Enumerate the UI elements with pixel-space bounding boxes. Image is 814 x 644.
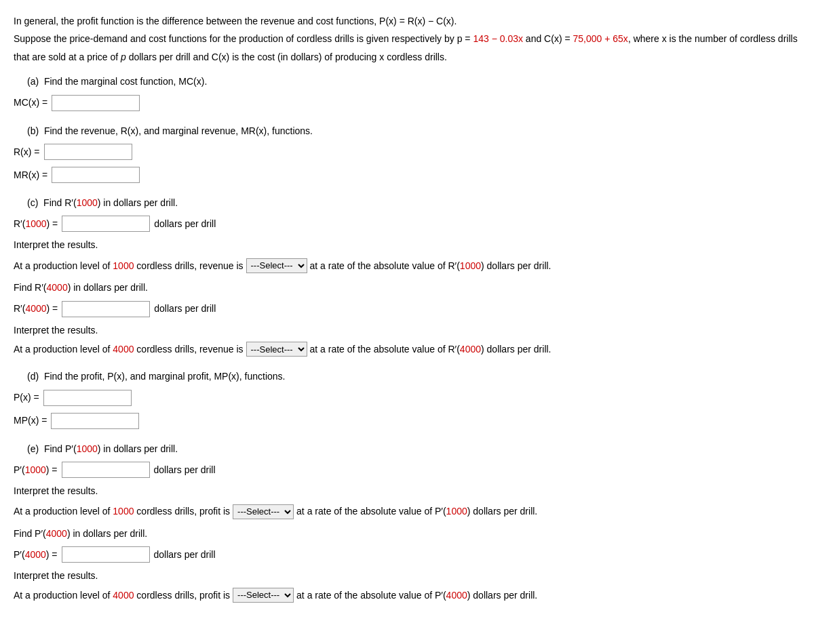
r1000-input[interactable] [62, 216, 150, 232]
select1-pre: At a production level of 1000 cordless d… [14, 258, 244, 273]
e-select2[interactable]: ---Select--- increasing decreasing [233, 588, 294, 603]
part-c-select1-row: At a production level of 1000 cordless d… [14, 258, 800, 273]
p1000-label: P′(1000) = [14, 462, 58, 477]
select1-post: at a rate of the absolute value of R′(10… [310, 258, 551, 273]
part-e: (e) Find P′(1000) in dollars per drill. … [14, 441, 800, 603]
part-c-select2-row: At a production level of 4000 cordless d… [14, 342, 800, 357]
part-a-header: (a) Find the marginal cost function, MC(… [27, 74, 800, 89]
p1000-suffix: dollars per drill [154, 462, 216, 477]
e-select2-post: at a rate of the absolute value of P′(40… [296, 588, 537, 603]
p-value: 143 − 0.03x [473, 33, 523, 44]
select2-pre: At a production level of 4000 cordless d… [14, 342, 244, 357]
part-e-header: (e) Find P′(1000) in dollars per drill. [27, 441, 800, 456]
r4000-row: R′(4000) = dollars per drill [14, 301, 800, 317]
c-select2[interactable]: ---Select--- increasing decreasing [246, 342, 307, 357]
px-input[interactable] [43, 390, 132, 406]
part-e-select2-row: At a production level of 4000 cordless d… [14, 588, 800, 603]
part-c-interpret1: Interpret the results. [14, 237, 800, 252]
part-c-header: (c) Find R′(1000) in dollars per drill. [27, 195, 800, 210]
r4000-input[interactable] [62, 301, 150, 317]
intro-line2: Suppose the price-demand and cost functi… [14, 31, 800, 46]
e-select1-pre: At a production level of 1000 cordless d… [14, 504, 230, 519]
part-b-mrx-row: MR(x) = [14, 167, 800, 183]
part-a: (a) Find the marginal cost function, MC(… [14, 74, 800, 110]
select2-post: at a rate of the absolute value of R′(40… [310, 342, 551, 357]
interpret1-text: Interpret the results. [14, 237, 800, 252]
part-d-px-row: P(x) = [14, 390, 800, 406]
p4000-row: P′(4000) = dollars per drill [14, 546, 800, 563]
interpret2-text: Interpret the results. [14, 323, 800, 338]
part-e-label: (e) Find P′(1000) in dollars per drill. [27, 443, 178, 454]
mrx-label: MR(x) = [14, 167, 47, 182]
part-c-r4000: Find R′(4000) in dollars per drill. R′(4… [14, 280, 800, 357]
part-a-label: (a) Find the marginal cost function, MC(… [27, 76, 207, 87]
part-d-mpx-row: MP(x) = [14, 413, 800, 429]
part-e-select1-row: At a production level of 1000 cordless d… [14, 504, 800, 519]
mpx-input[interactable] [51, 413, 139, 429]
mpx-label: MP(x) = [14, 413, 47, 428]
r1000-label: R′(1000) = [14, 216, 58, 231]
c-value: 75,000 + 65x [573, 33, 628, 44]
mc-label: MC(x) = [14, 95, 47, 110]
r4000-suffix: dollars per drill [154, 301, 216, 316]
p1000-input[interactable] [62, 462, 150, 478]
c-select1[interactable]: ---Select--- increasing decreasing [246, 258, 307, 273]
part-c: (c) Find R′(1000) in dollars per drill. … [14, 195, 800, 357]
r4000-question: Find R′(4000) in dollars per drill. [14, 280, 800, 295]
part-b-header: (b) Find the revenue, R(x), and marginal… [27, 123, 800, 138]
r4000-label: R′(4000) = [14, 301, 58, 316]
p4000-input[interactable] [62, 546, 150, 563]
e-select1-post: at a rate of the absolute value of P′(10… [296, 504, 537, 519]
intro-line1: In general, the profit function is the d… [14, 14, 800, 28]
rx-label: R(x) = [14, 144, 40, 159]
part-c-r1000-row: R′(1000) = dollars per drill [14, 216, 800, 232]
part-e-interpret1: Interpret the results. [14, 483, 800, 498]
e-interpret2-text: Interpret the results. [14, 568, 800, 583]
mrx-input[interactable] [52, 167, 140, 183]
part-e-p1000-row: P′(1000) = dollars per drill [14, 462, 800, 478]
p4000-label: P′(4000) = [14, 547, 58, 562]
e-interpret1-text: Interpret the results. [14, 483, 800, 498]
part-b-label: (b) Find the revenue, R(x), and marginal… [27, 125, 313, 136]
part-b-rx-row: R(x) = [14, 144, 800, 160]
part-d: (d) Find the profit, P(x), and marginal … [14, 369, 800, 428]
part-e-p4000: Find P′(4000) in dollars per drill. P′(4… [14, 526, 800, 603]
e-select2-pre: At a production level of 4000 cordless d… [14, 588, 230, 603]
px-label: P(x) = [14, 390, 39, 405]
e-select1[interactable]: ---Select--- increasing decreasing [233, 504, 294, 519]
intro-line3: that are sold at a price of p dollars pe… [14, 49, 800, 64]
part-d-label: (d) Find the profit, P(x), and marginal … [27, 371, 285, 382]
r1000-suffix: dollars per drill [154, 216, 216, 231]
part-a-equation: MC(x) = [14, 95, 800, 111]
mc-input[interactable] [52, 95, 140, 111]
intro-section: In general, the profit function is the d… [14, 14, 800, 64]
part-b: (b) Find the revenue, R(x), and marginal… [14, 123, 800, 183]
part-d-header: (d) Find the profit, P(x), and marginal … [27, 369, 800, 384]
part-c-label: (c) Find R′(1000) in dollars per drill. [27, 197, 178, 208]
p4000-suffix: dollars per drill [154, 547, 216, 562]
rx-input[interactable] [44, 144, 132, 160]
p4000-question: Find P′(4000) in dollars per drill. [14, 526, 800, 541]
